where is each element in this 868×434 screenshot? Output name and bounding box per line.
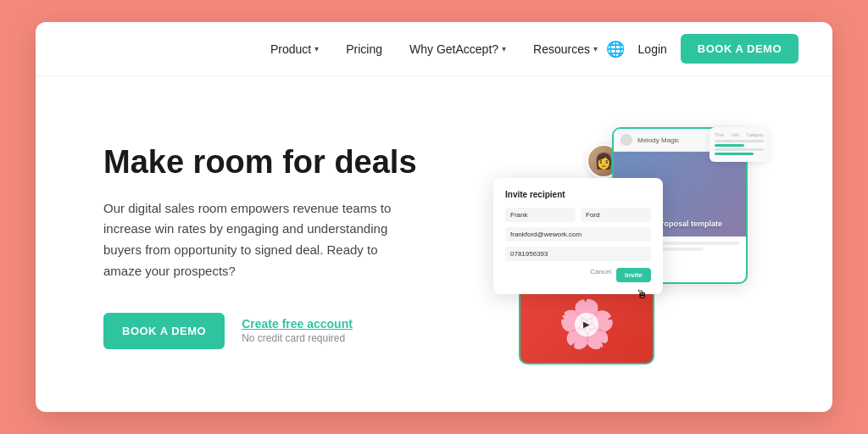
- stat-bar-1: [715, 140, 764, 142]
- nav-why-label: Why GetAccept?: [409, 42, 498, 56]
- nav-product-chevron: ▾: [314, 44, 319, 53]
- invite-send-button[interactable]: Invite: [616, 268, 651, 282]
- hero-section: Make room for deals Our digital sales ro…: [36, 76, 832, 398]
- invite-lastname-input[interactable]: Ford: [581, 208, 651, 222]
- invite-actions: Cancel Invite: [505, 268, 651, 282]
- play-icon: ▶: [583, 320, 590, 329]
- invite-name-row: Frank Ford: [505, 208, 651, 222]
- stat-row-1: Time Link Category: [715, 132, 764, 137]
- stat-bar-4: [715, 153, 754, 155]
- nav-why-getaccept[interactable]: Why GetAccept? ▾: [409, 42, 506, 56]
- nav-product[interactable]: Product ▾: [270, 42, 319, 56]
- nav-pricing[interactable]: Pricing: [346, 42, 382, 56]
- invite-phone-input[interactable]: 0781956393: [505, 247, 651, 261]
- nav-product-label: Product: [270, 42, 311, 56]
- invite-email-input[interactable]: frankford@wework.com: [505, 227, 651, 242]
- stat-bar-3: [715, 148, 764, 151]
- cta-secondary: Create free account No credit card requi…: [242, 317, 353, 344]
- login-button[interactable]: Login: [638, 42, 667, 56]
- globe-icon[interactable]: 🌐: [606, 40, 625, 58]
- nav-right: 🌐 Login BOOK A DEMO: [606, 34, 798, 64]
- browser-window: Product ▾ Pricing Why GetAccept? ▾ Resou…: [36, 22, 832, 412]
- create-account-link[interactable]: Create free account: [242, 317, 353, 331]
- no-credit-text: No credit card required: [242, 332, 353, 344]
- cursor-icon: 🖱: [636, 287, 648, 301]
- hero-visual: 👩 Melody Magic Business proposal templat…: [493, 127, 765, 364]
- nav-pricing-label: Pricing: [346, 42, 382, 56]
- stat-bar-2: [715, 144, 744, 147]
- book-demo-button[interactable]: BOOK A DEMO: [103, 313, 225, 349]
- avatar-icon: 👩: [594, 152, 613, 170]
- nav-links: Product ▾ Pricing Why GetAccept? ▾ Resou…: [270, 42, 598, 56]
- card-header-text: Melody Magic: [637, 136, 679, 144]
- hero-content: Make room for deals Our digital sales ro…: [103, 127, 459, 349]
- nav-resources-label: Resources: [533, 42, 590, 56]
- hero-title: Make room for deals: [103, 144, 459, 181]
- card-avatar: [620, 134, 632, 146]
- invite-modal: Invite recipient Frank Ford frankford@we…: [493, 178, 663, 294]
- stat-card: Time Link Category: [709, 127, 769, 162]
- invite-firstname-input[interactable]: Frank: [505, 208, 576, 222]
- book-demo-nav-button[interactable]: BOOK A DEMO: [681, 34, 798, 64]
- invite-title: Invite recipient: [505, 190, 651, 199]
- cta-row: BOOK A DEMO Create free account No credi…: [103, 313, 459, 349]
- video-card: 🌸 ▶: [519, 284, 654, 364]
- play-button[interactable]: ▶: [575, 313, 598, 337]
- invite-cancel-button[interactable]: Cancel: [590, 268, 611, 282]
- nav-resources[interactable]: Resources ▾: [533, 42, 598, 56]
- hero-description: Our digital sales room empowers revenue …: [103, 198, 409, 282]
- nav-why-chevron: ▾: [502, 44, 506, 53]
- navbar: Product ▾ Pricing Why GetAccept? ▾ Resou…: [36, 22, 832, 76]
- nav-resources-chevron: ▾: [593, 44, 598, 53]
